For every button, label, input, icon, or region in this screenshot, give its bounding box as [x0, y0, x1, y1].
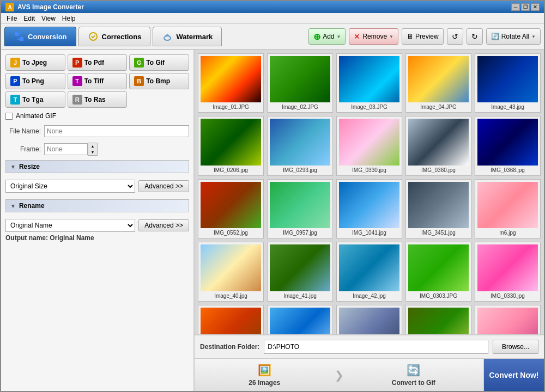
image-cell[interactable]: IMG_0552.jpg [198, 179, 264, 238]
image-thumbnail [477, 119, 538, 165]
tab-watermark[interactable]: Watermark [153, 27, 222, 46]
menu-file[interactable]: File [3, 14, 20, 23]
conversion-tab-icon [14, 31, 25, 42]
tab-conversion[interactable]: Conversion [4, 27, 76, 46]
tab-corrections[interactable]: Corrections [78, 27, 151, 46]
rotate-right-icon: ↻ [471, 32, 478, 41]
image-cell[interactable]: Image_42.jpg [336, 242, 402, 301]
rotate-dropdown-arrow[interactable]: ▼ [531, 34, 536, 39]
image-cell[interactable]: Image_01.JPG [198, 53, 264, 113]
remove-icon: ✕ [354, 32, 360, 41]
animated-gif-label: Animated GIF [16, 112, 56, 120]
rotate-right-button[interactable]: ↻ [467, 28, 483, 45]
resize-collapse-icon: ▼ [10, 164, 16, 170]
format-png-label: To Png [22, 77, 44, 85]
png-icon: P [10, 76, 20, 86]
add-dropdown-arrow[interactable]: ▼ [336, 34, 341, 39]
browse-button[interactable]: Browse... [493, 340, 538, 354]
title-bar-controls: ─ ❐ ✕ [511, 3, 540, 11]
remove-dropdown-arrow[interactable]: ▼ [389, 34, 393, 39]
image-cell[interactable]: IMG_0957.jpg [267, 179, 333, 238]
close-button[interactable]: ✕ [531, 3, 540, 11]
image-thumbnail [339, 119, 399, 165]
image-label: IMG_0957.jpg [283, 230, 317, 236]
add-button[interactable]: ⊕ Add ▼ [308, 28, 346, 45]
toolbar: Conversion Corrections Watermark ⊕ Add ▼… [1, 24, 544, 50]
image-grid-container[interactable]: Image_01.JPGImage_02.JPGImage_03.JPGImag… [195, 50, 544, 334]
tab-corrections-label: Corrections [102, 33, 142, 41]
rotate-left-button[interactable]: ↺ [447, 28, 463, 45]
resize-section-header[interactable]: ▼ Resize [5, 160, 189, 173]
image-cell[interactable]: Image_03.JPG [336, 53, 402, 113]
resize-section-content: Original Size Custom Size 640x480 800x60… [5, 176, 189, 196]
preview-icon: 🖥 [407, 33, 413, 40]
image-cell[interactable]: IMG_1041.jpg [336, 179, 402, 238]
image-thumbnail [270, 56, 330, 102]
add-icon: ⊕ [313, 32, 320, 42]
image-cell[interactable]: IMG_0368.jpg [475, 116, 541, 175]
format-jpeg-button[interactable]: J To Jpeg [5, 54, 65, 71]
image-cell[interactable]: Image_02.JPG [267, 53, 333, 113]
image-cell[interactable] [405, 305, 471, 335]
frame-down-button[interactable]: ▼ [88, 149, 97, 155]
format-tga-button[interactable]: T To Tga [5, 91, 65, 108]
image-cell[interactable]: Image_40.jpg [198, 242, 264, 301]
rotate-all-button[interactable]: 🔄 Rotate All ▼ [486, 28, 541, 45]
image-cell[interactable]: Image_43.jpg [475, 53, 541, 113]
image-cell[interactable] [336, 305, 402, 335]
format-ras-button[interactable]: R To Ras [68, 91, 128, 108]
image-cell[interactable]: IMG_0206.jpg [198, 116, 264, 175]
image-label: Image_41.jpg [283, 293, 317, 299]
image-cell[interactable]: Image_04.JPG [405, 53, 471, 113]
menu-help[interactable]: Help [59, 14, 79, 23]
format-gif-button[interactable]: G To Gif [129, 54, 189, 71]
image-cell[interactable] [267, 305, 333, 335]
images-step: 🖼️ 26 Images [195, 359, 335, 391]
remove-button[interactable]: ✕ Remove ▼ [349, 28, 398, 45]
filename-input[interactable] [44, 125, 189, 137]
rename-select[interactable]: Original Name Custom Name [5, 219, 135, 232]
tiff-icon: T [72, 76, 82, 86]
image-thumbnail [201, 308, 261, 335]
image-cell[interactable] [198, 305, 264, 335]
frame-input[interactable] [44, 143, 88, 155]
restore-button[interactable]: ❐ [521, 3, 530, 11]
menu-view[interactable]: View [38, 14, 59, 23]
image-thumbnail [477, 244, 538, 291]
format-bmp-button[interactable]: B To Bmp [129, 73, 189, 89]
destination-input[interactable] [264, 340, 488, 354]
tab-conversion-label: Conversion [28, 33, 67, 41]
image-cell[interactable]: IMG_0293.jpg [267, 116, 333, 175]
image-cell[interactable] [475, 305, 541, 335]
image-cell[interactable]: IMG_3451.jpg [405, 179, 471, 238]
resize-advanced-button[interactable]: Advanced >> [138, 180, 189, 192]
image-cell[interactable]: IMG_0303.JPG [405, 242, 471, 301]
rename-advanced-button[interactable]: Advanced >> [138, 219, 189, 231]
image-label: IMG_1041.jpg [352, 230, 386, 236]
image-label: Image_03.JPG [351, 104, 387, 110]
format-png-button[interactable]: P To Png [5, 73, 65, 89]
image-cell[interactable]: IMG_0360.jpg [405, 116, 471, 175]
main-area: J To Jpeg P To Pdf G To Gif P To Png T [1, 50, 544, 391]
image-label: Image_43.jpg [491, 104, 524, 110]
rename-section-header[interactable]: ▼ Rename [5, 199, 189, 212]
format-pdf-button[interactable]: P To Pdf [68, 54, 128, 71]
format-tiff-button[interactable]: T To Tiff [68, 73, 128, 89]
destination-label: Destination Folder: [200, 343, 259, 351]
image-label: Image_01.JPG [213, 104, 249, 110]
image-cell[interactable]: m6.jpg [475, 179, 541, 238]
image-cell[interactable]: IMG_0330.jpg [475, 242, 541, 301]
resize-select[interactable]: Original Size Custom Size 640x480 800x60… [5, 180, 135, 193]
animated-gif-checkbox[interactable] [5, 113, 13, 120]
frame-up-button[interactable]: ▲ [88, 143, 97, 149]
image-thumbnail [339, 308, 399, 335]
minimize-button[interactable]: ─ [511, 3, 520, 11]
convert-now-button[interactable]: Convert Now! [484, 359, 544, 391]
image-label: Image_40.jpg [214, 293, 247, 299]
image-thumbnail [477, 308, 538, 335]
preview-button[interactable]: 🖥 Preview [402, 28, 444, 45]
image-cell[interactable]: Image_41.jpg [267, 242, 333, 301]
frame-spinner: ▲ ▼ [44, 143, 98, 156]
image-cell[interactable]: IMG_0330.jpg [336, 116, 402, 175]
menu-edit[interactable]: Edit [20, 14, 38, 23]
